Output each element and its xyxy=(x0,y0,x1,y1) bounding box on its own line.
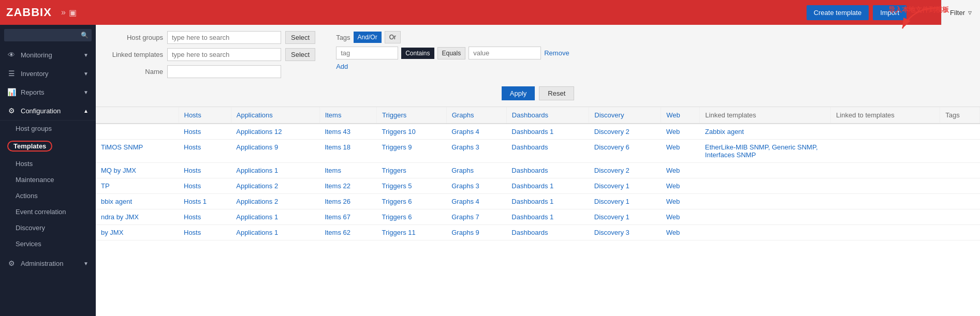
row-cell[interactable]: Triggers 6 xyxy=(377,209,447,225)
row-name[interactable]: by JMX xyxy=(96,225,179,240)
linked-templates-input[interactable] xyxy=(167,48,281,61)
row-cell[interactable]: Applications 1 xyxy=(231,209,319,225)
col-hosts[interactable]: Hosts xyxy=(179,107,231,124)
sidebar-item-administration[interactable]: ⚙ Administration ▼ xyxy=(0,254,96,273)
row-cell[interactable]: Triggers 5 xyxy=(377,178,447,194)
sidebar-item-discovery[interactable]: Discovery xyxy=(0,220,96,236)
row-cell[interactable]: Discovery 6 xyxy=(589,140,661,163)
sidebar-item-event-correlation[interactable]: Event correlation xyxy=(0,204,96,220)
row-cell[interactable]: Items 43 xyxy=(319,124,376,140)
row-name[interactable]: TP xyxy=(96,178,179,194)
row-cell[interactable]: Dashboards xyxy=(506,140,589,163)
row-cell[interactable]: Hosts xyxy=(179,124,231,140)
sidebar-search-input[interactable] xyxy=(4,29,92,41)
tag-remove-button[interactable]: Remove xyxy=(544,49,569,57)
row-cell[interactable]: Discovery 3 xyxy=(589,225,661,240)
tag-add-button[interactable]: Add xyxy=(336,63,348,70)
row-cell[interactable]: Graphs 3 xyxy=(446,140,506,163)
row-cell[interactable]: Applications 9 xyxy=(231,140,319,163)
row-cell[interactable]: Discovery 2 xyxy=(589,124,661,140)
row-cell[interactable]: Items 62 xyxy=(319,225,376,240)
row-cell[interactable]: Graphs 9 xyxy=(446,225,506,240)
row-cell[interactable]: Triggers 9 xyxy=(377,140,447,163)
sidebar-item-actions[interactable]: Actions xyxy=(0,188,96,204)
row-cell[interactable]: Dashboards xyxy=(506,163,589,178)
row-cell[interactable]: Graphs 4 xyxy=(446,194,506,209)
row-cell[interactable]: Items xyxy=(319,163,376,178)
row-cell[interactable]: Triggers 11 xyxy=(377,225,447,240)
row-cell[interactable]: Graphs xyxy=(446,163,506,178)
sidebar-item-inventory[interactable]: ☰ Inventory ▼ xyxy=(0,64,96,83)
row-cell[interactable]: Items 18 xyxy=(319,140,376,163)
row-cell[interactable]: Triggers 10 xyxy=(377,124,447,140)
tag-or-button[interactable]: Or xyxy=(385,31,401,43)
sidebar-item-monitoring[interactable]: 👁 Monitoring ▼ xyxy=(0,46,96,64)
row-name[interactable]: bbix agent xyxy=(96,194,179,209)
nav-expand-icon[interactable]: » xyxy=(61,8,66,17)
row-cell[interactable]: Applications 1 xyxy=(231,225,319,240)
sidebar-item-configuration[interactable]: ⚙ Configuration ▲ xyxy=(0,101,96,120)
row-cell[interactable]: Graphs 3 xyxy=(446,178,506,194)
col-applications[interactable]: Applications xyxy=(231,107,319,124)
col-dashboards[interactable]: Dashboards xyxy=(506,107,589,124)
row-cell[interactable]: Web xyxy=(661,209,700,225)
row-name[interactable]: MQ by JMX xyxy=(96,163,179,178)
fullscreen-icon[interactable]: ▣ xyxy=(69,8,77,18)
reset-button[interactable]: Reset xyxy=(539,86,574,100)
filter-funnel-icon[interactable]: ▿ xyxy=(968,8,972,17)
row-cell[interactable]: Graphs 4 xyxy=(446,124,506,140)
row-cell[interactable]: Web xyxy=(661,163,700,178)
row-cell[interactable]: Web xyxy=(661,178,700,194)
tag-contains-button[interactable]: Contains xyxy=(401,48,434,59)
sidebar-item-templates[interactable]: Templates xyxy=(0,137,96,156)
row-cell[interactable]: Items 22 xyxy=(319,178,376,194)
sidebar-item-hosts[interactable]: Hosts xyxy=(0,156,96,172)
row-cell[interactable]: Hosts xyxy=(179,140,231,163)
row-cell[interactable]: Web xyxy=(661,140,700,163)
row-name[interactable]: TiMOS SNMP xyxy=(96,140,179,163)
row-cell[interactable]: Web xyxy=(661,124,700,140)
row-cell[interactable]: Discovery 1 xyxy=(589,194,661,209)
row-cell[interactable]: Hosts xyxy=(179,225,231,240)
tag-input[interactable] xyxy=(336,47,398,59)
col-triggers[interactable]: Triggers xyxy=(377,107,447,124)
row-cell[interactable]: Discovery 1 xyxy=(589,178,661,194)
row-cell[interactable]: Items 67 xyxy=(319,209,376,225)
row-cell[interactable]: Dashboards 1 xyxy=(506,178,589,194)
sidebar-item-services[interactable]: Services xyxy=(0,236,96,252)
row-cell[interactable]: Applications 2 xyxy=(231,194,319,209)
row-cell[interactable]: Triggers xyxy=(377,163,447,178)
host-groups-input[interactable] xyxy=(167,31,281,44)
row-cell[interactable]: Hosts 1 xyxy=(179,194,231,209)
row-cell[interactable]: Web xyxy=(661,225,700,240)
col-graphs[interactable]: Graphs xyxy=(446,107,506,124)
row-cell[interactable]: Hosts xyxy=(179,163,231,178)
tag-value-input[interactable] xyxy=(469,47,541,59)
host-groups-select-button[interactable]: Select xyxy=(285,31,315,44)
sidebar-item-reports[interactable]: 📊 Reports ▼ xyxy=(0,83,96,101)
name-input[interactable] xyxy=(167,65,281,78)
col-discovery[interactable]: Discovery xyxy=(589,107,661,124)
tag-andor-button[interactable]: And/Or xyxy=(354,32,382,43)
row-cell[interactable]: Dashboards xyxy=(506,225,589,240)
sidebar-item-maintenance[interactable]: Maintenance xyxy=(0,172,96,188)
create-template-button[interactable]: Create template xyxy=(807,5,869,20)
row-cell[interactable]: Hosts xyxy=(179,178,231,194)
row-cell[interactable]: Items 26 xyxy=(319,194,376,209)
row-cell[interactable]: Dashboards 1 xyxy=(506,194,589,209)
col-web[interactable]: Web xyxy=(661,107,700,124)
row-cell[interactable]: Triggers 6 xyxy=(377,194,447,209)
row-cell[interactable]: Applications 2 xyxy=(231,178,319,194)
row-cell[interactable]: Dashboards 1 xyxy=(506,209,589,225)
sidebar-item-host-groups[interactable]: Host groups xyxy=(0,121,96,137)
row-cell[interactable]: Discovery 1 xyxy=(589,209,661,225)
row-cell[interactable]: Graphs 7 xyxy=(446,209,506,225)
apply-button[interactable]: Apply xyxy=(502,86,535,100)
row-cell[interactable]: Applications 12 xyxy=(231,124,319,140)
row-cell[interactable]: Web xyxy=(661,194,700,209)
row-cell[interactable]: Applications 1 xyxy=(231,163,319,178)
row-cell[interactable]: Hosts xyxy=(179,209,231,225)
import-button[interactable]: Import xyxy=(873,5,906,20)
col-items[interactable]: Items xyxy=(319,107,376,124)
row-cell[interactable]: Dashboards 1 xyxy=(506,124,589,140)
